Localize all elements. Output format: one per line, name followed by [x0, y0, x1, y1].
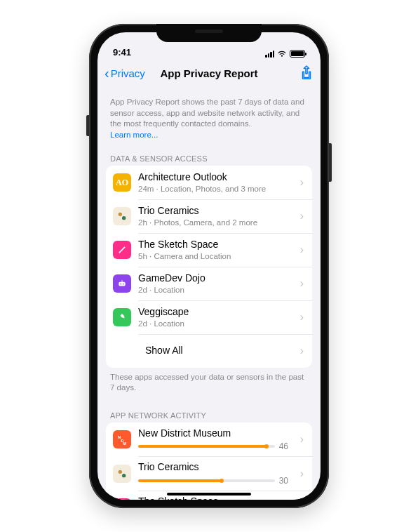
- app-row-trio-ceramics[interactable]: Trio Ceramics 2h · Photos, Camera, and 2…: [106, 199, 312, 233]
- wifi-icon: [277, 51, 287, 58]
- app-detail: 2d · Location: [138, 285, 293, 295]
- show-all-row[interactable]: Show All ›: [106, 334, 312, 368]
- app-detail: 24m · Location, Photos, and 3 more: [138, 184, 293, 194]
- data-sensor-card: AO Architecture Outlook 24m · Location, …: [106, 166, 312, 368]
- app-icon: [113, 274, 131, 293]
- svg-rect-5: [121, 280, 122, 281]
- activity-bar: [138, 445, 275, 448]
- app-icon: AO: [113, 173, 131, 192]
- app-detail: 2d · Location: [138, 319, 293, 328]
- section-header-data-sensor: DATA & SENSOR ACCESS: [97, 145, 321, 166]
- chevron-right-icon: ›: [300, 345, 304, 357]
- chevron-right-icon: ›: [300, 244, 304, 256]
- network-row-new-district-museum[interactable]: NDM New District Museum 46 ›: [106, 423, 312, 457]
- chevron-right-icon: ›: [300, 210, 304, 222]
- app-name: Veggiscape: [138, 306, 293, 319]
- app-name: GameDev Dojo: [138, 272, 293, 285]
- app-icon: [113, 207, 131, 225]
- chevron-right-icon: ›: [300, 467, 304, 480]
- app-row-sketch-space[interactable]: The Sketch Space 5h · Camera and Locatio…: [106, 233, 312, 267]
- intro-text: App Privacy Report shows the past 7 days…: [97, 87, 321, 145]
- app-name: Architecture Outlook: [138, 171, 293, 184]
- svg-text:N: N: [118, 435, 121, 439]
- svg-text:M: M: [123, 441, 127, 446]
- screen: 9:41 ‹ Privacy App Privacy Report: [97, 32, 321, 500]
- scroll-area[interactable]: App Privacy Report shows the past 7 days…: [97, 87, 321, 500]
- device-notch: [156, 24, 262, 42]
- app-icon: NDM: [113, 430, 131, 448]
- app-name: Trio Ceramics: [138, 461, 293, 474]
- show-all-label: Show All: [145, 345, 293, 357]
- svg-point-3: [120, 284, 121, 285]
- status-time: 9:41: [113, 47, 131, 58]
- section-header-network: APP NETWORK ACTIVITY: [97, 401, 321, 423]
- phone-frame: 9:41 ‹ Privacy App Privacy Report: [89, 24, 329, 508]
- learn-more-link[interactable]: Learn more...: [110, 131, 158, 139]
- app-icon: [113, 308, 131, 326]
- app-icon: [113, 241, 131, 259]
- app-detail: 5h · Camera and Location: [138, 251, 293, 261]
- app-icon: [113, 498, 131, 500]
- svg-point-4: [123, 284, 124, 285]
- app-name: Trio Ceramics: [138, 205, 293, 218]
- home-indicator[interactable]: [167, 493, 251, 496]
- svg-point-9: [119, 470, 122, 473]
- activity-count: 30: [279, 476, 293, 486]
- app-detail: 2h · Photos, Camera, and 2 more: [138, 218, 293, 227]
- network-row-trio-ceramics[interactable]: Trio Ceramics 30 ›: [106, 456, 312, 491]
- nav-bar: ‹ Privacy App Privacy Report: [97, 59, 321, 87]
- chevron-right-icon: ›: [300, 433, 304, 446]
- page-title: App Privacy Report: [97, 67, 321, 79]
- activity-count: 46: [279, 441, 293, 451]
- signal-icon: [265, 51, 274, 58]
- svg-point-10: [122, 474, 126, 477]
- activity-bar: [138, 479, 275, 482]
- svg-point-1: [122, 216, 126, 220]
- app-row-veggiscape[interactable]: Veggiscape 2d · Location ›: [106, 300, 312, 334]
- app-row-gamedev-dojo[interactable]: GameDev Dojo 2d · Location ›: [106, 267, 312, 300]
- chevron-right-icon: ›: [300, 277, 304, 290]
- app-icon: [113, 465, 131, 483]
- app-row-architecture-outlook[interactable]: AO Architecture Outlook 24m · Location, …: [106, 166, 312, 199]
- app-name: The Sketch Space: [138, 496, 293, 500]
- svg-point-0: [119, 213, 122, 216]
- section-footer: These apps accessed your data or sensors…: [97, 368, 321, 401]
- chevron-right-icon: ›: [300, 176, 304, 189]
- device-speaker: [195, 29, 223, 33]
- network-activity-card: NDM New District Museum 46 ›: [106, 423, 312, 500]
- app-name: The Sketch Space: [138, 239, 293, 251]
- svg-rect-2: [119, 282, 125, 286]
- chevron-right-icon: ›: [300, 311, 304, 324]
- app-name: New District Museum: [138, 427, 293, 440]
- battery-icon: [290, 50, 305, 58]
